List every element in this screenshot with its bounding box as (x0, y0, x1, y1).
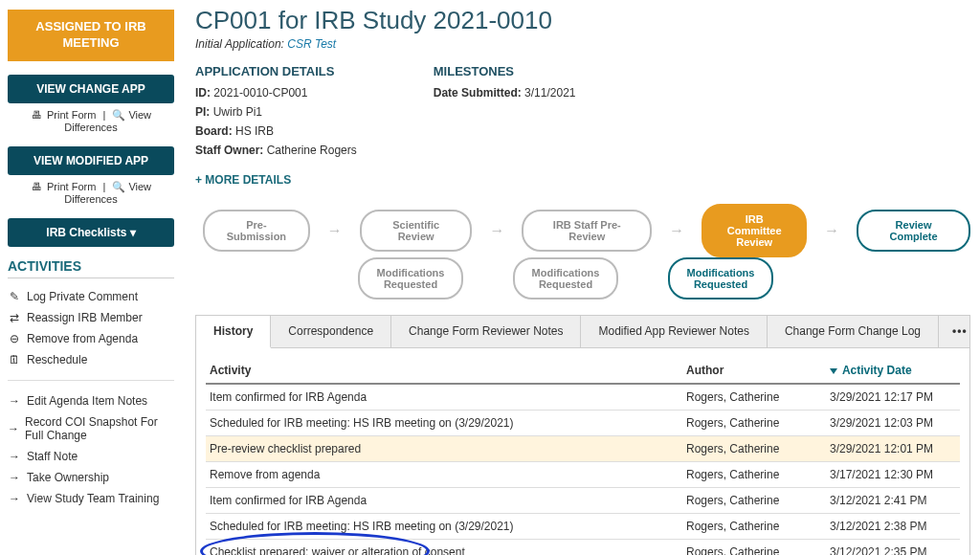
tab-modified-reviewer-notes[interactable]: Modified App Reviewer Notes (581, 316, 767, 347)
print-icon: 🖶 (31, 109, 44, 121)
workflow-diagram: Pre-Submission → Scientific Review → IRB… (195, 204, 970, 298)
workflow-mods-2: ModificationsRequested (513, 257, 618, 300)
view-change-app-button[interactable]: VIEW CHANGE APP (8, 75, 174, 103)
workflow-scientific-review: Scientific Review (360, 210, 473, 252)
workflow-review-complete: Review Complete (857, 210, 970, 252)
cell-author: Rogers, Catherine (682, 436, 826, 462)
arrow-right-icon: → (8, 422, 19, 435)
table-row[interactable]: Checklist prepared: waiver or alteration… (206, 540, 960, 556)
col-activity[interactable]: Activity (206, 358, 682, 384)
swap-icon: ⇄ (8, 311, 21, 324)
arrow-right-icon: → (8, 394, 21, 408)
arrow-right-icon: → (8, 471, 21, 484)
arrow-right-icon: → (8, 492, 21, 505)
workflow-irb-staff: IRB Staff Pre-Review (522, 210, 652, 252)
cell-activity: Scheduled for IRB meeting: HS IRB meetin… (206, 514, 682, 540)
table-row[interactable]: Scheduled for IRB meeting: HS IRB meetin… (206, 514, 960, 540)
remove-icon: ⊖ (8, 332, 21, 345)
col-author[interactable]: Author (682, 358, 826, 384)
col-activity-date[interactable]: Activity Date (826, 358, 960, 384)
activity-log-private-comment[interactable]: ✎Log Private Comment (8, 286, 174, 307)
activity-remove-from-agenda[interactable]: ⊖Remove from Agenda (8, 328, 174, 349)
pencil-icon: ✎ (8, 290, 21, 303)
date-submitted-row: Date Submitted: 3/11/2021 (434, 86, 576, 100)
activity-take-ownership[interactable]: →Take Ownership (8, 467, 174, 488)
plus-icon: + (195, 173, 202, 187)
arrow-icon: → (489, 222, 504, 239)
search-icon: 🔍 (112, 181, 125, 193)
cell-activity: Item confirmed for IRB Agenda (206, 488, 682, 514)
search-icon: 🔍 (112, 109, 125, 122)
arrow-icon: → (824, 222, 839, 239)
history-table: Activity Author Activity Date Item confi… (206, 358, 960, 555)
cell-activity: Checklist prepared: waiver or alteration… (206, 540, 682, 556)
cell-activity: Scheduled for IRB meeting: HS IRB meetin… (206, 411, 682, 436)
activity-record-coi[interactable]: →Record COI Snapshot For Full Change (8, 411, 174, 446)
id-row: ID: 2021-0010-CP001 (195, 86, 357, 100)
cell-date: 3/12/2021 2:38 PM (826, 514, 960, 540)
board-row: Board: HS IRB (195, 124, 357, 138)
cell-date: 3/29/2021 12:01 PM (826, 436, 960, 462)
irb-checklists-button[interactable]: IRB Checklists ▾ (8, 218, 174, 247)
cell-date: 3/29/2021 12:03 PM (826, 411, 960, 436)
activity-view-training[interactable]: →View Study Team Training (8, 488, 174, 509)
cell-author: Rogers, Catherine (682, 462, 826, 488)
print-icon: 🖶 (31, 181, 44, 192)
cell-date: 3/29/2021 12:17 PM (826, 384, 960, 411)
app-details-heading: APPLICATION DETAILS (195, 64, 357, 78)
workflow-mods-1: ModificationsRequested (358, 257, 463, 300)
cell-author: Rogers, Catherine (682, 488, 826, 514)
cell-author: Rogers, Catherine (682, 384, 826, 411)
tab-more[interactable]: ••• (939, 316, 980, 347)
table-row[interactable]: Item confirmed for IRB AgendaRogers, Cat… (206, 384, 960, 411)
arrow-icon: → (327, 222, 343, 239)
milestones-heading: MILESTONES (434, 64, 576, 78)
workflow-mods-3: ModificationsRequested (668, 257, 773, 300)
view-modified-app-button[interactable]: VIEW MODIFIED APP (8, 146, 174, 175)
cell-date: 3/17/2021 12:30 PM (826, 462, 960, 488)
cell-activity: Item confirmed for IRB Agenda (206, 384, 682, 411)
tab-change-reviewer-notes[interactable]: Change Form Reviewer Notes (391, 316, 581, 347)
activity-reschedule[interactable]: 🗓Reschedule (8, 349, 174, 370)
tab-change-log[interactable]: Change Form Change Log (768, 316, 939, 347)
print-form-link-2[interactable]: 🖶 Print Form (31, 181, 96, 192)
workflow-irb-committee: IRB CommitteeReview (702, 204, 807, 257)
cell-date: 3/12/2021 2:41 PM (826, 488, 960, 514)
modified-app-sublinks: 🖶 Print Form | 🔍 View Differences (8, 175, 174, 218)
activity-edit-agenda-notes[interactable]: →Edit Agenda Item Notes (8, 390, 174, 411)
activity-reassign-irb-member[interactable]: ⇄Reassign IRB Member (8, 307, 174, 328)
table-row[interactable]: Scheduled for IRB meeting: HS IRB meetin… (206, 411, 960, 436)
page-title: CP001 for IRB Study 2021-0010 (195, 6, 970, 35)
table-row[interactable]: Remove from agendaRogers, Catherine3/17/… (206, 462, 960, 488)
cell-author: Rogers, Catherine (682, 411, 826, 436)
activity-staff-note[interactable]: →Staff Note (8, 446, 174, 467)
cell-author: Rogers, Catherine (682, 514, 826, 540)
tab-bar: History Correspondence Change Form Revie… (195, 315, 970, 348)
sort-desc-icon (830, 368, 837, 374)
arrow-icon: → (669, 222, 684, 239)
cell-date: 3/12/2021 2:35 PM (826, 540, 960, 556)
calendar-icon: 🗓 (8, 353, 21, 366)
more-details-toggle[interactable]: + MORE DETAILS (195, 173, 291, 187)
status-badge: ASSIGNED TO IRB MEETING (8, 10, 174, 61)
arrow-right-icon: → (8, 450, 21, 463)
print-form-link[interactable]: 🖶 Print Form (31, 109, 96, 121)
workflow-pre-submission: Pre-Submission (203, 210, 310, 252)
caret-down-icon: ▾ (130, 226, 136, 239)
tab-correspondence[interactable]: Correspondence (271, 316, 391, 347)
study-link[interactable]: CSR Test (287, 37, 336, 51)
change-app-sublinks: 🖶 Print Form | 🔍 View Differences (8, 103, 174, 146)
pi-row: PI: Uwirb Pi1 (195, 105, 357, 119)
owner-row: Staff Owner: Catherine Rogers (195, 144, 357, 157)
page-subtitle: Initial Application: CSR Test (195, 37, 970, 51)
cell-activity: Pre-review checklist prepared (206, 436, 682, 462)
tab-history[interactable]: History (196, 316, 271, 348)
table-row[interactable]: Pre-review checklist preparedRogers, Cat… (206, 436, 960, 462)
cell-author: Rogers, Catherine (682, 540, 826, 556)
activities-heading: ACTIVITIES (8, 258, 174, 278)
table-row[interactable]: Item confirmed for IRB AgendaRogers, Cat… (206, 488, 960, 514)
cell-activity: Remove from agenda (206, 462, 682, 488)
